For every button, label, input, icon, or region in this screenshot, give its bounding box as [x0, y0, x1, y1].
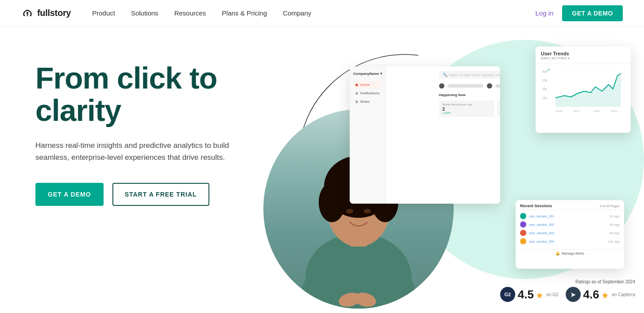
session-link-1[interactable]: user_session_001 [529, 215, 607, 218]
session-time-2: 5m ago [609, 223, 620, 226]
logo-text: fullstory [37, 8, 71, 18]
nav-home: Home [353, 81, 382, 89]
session-row-4: user_session_004 12m ago [520, 238, 620, 244]
session-time-1: 2m ago [609, 215, 620, 218]
ratings-badges: G2 4.5 ★ on G2 ➤ 4.6 ★ on Capterra [500, 287, 635, 302]
trends-body: 40k 35k 25k 15k 10/19 10/17 10/24 10/31 … [536, 63, 631, 119]
trends-header: User Trends DAILY ACTIVES ▾ [536, 46, 631, 63]
alert-icon: 🔔 [555, 251, 560, 255]
nav-plans-pricing[interactable]: Plans & Pricing [222, 9, 267, 17]
svg-text:10/19: 10/19 [555, 110, 563, 112]
g2-star-icon: ★ [536, 290, 544, 300]
svg-text:25k: 25k [542, 88, 548, 91]
trends-dropdown-icon[interactable]: ▾ [568, 57, 570, 60]
session-time-3: 8m ago [609, 232, 620, 235]
hero-demo-button[interactable]: GET A DEMO [35, 183, 104, 206]
svg-text:10/17: 10/17 [573, 110, 580, 112]
sessions-body: user_session_001 2m ago user_session_002… [516, 210, 624, 249]
sessions-title: Recent Sessions [520, 204, 552, 208]
metric-bars [439, 83, 500, 89]
nav-notifications: Notifications [353, 89, 382, 97]
session-avatar-4 [520, 238, 526, 244]
session-row-3: user_session_003 8m ago [520, 230, 620, 236]
hero-section: From click to clarity Harness real-time … [0, 27, 644, 313]
hero-ctas: GET A DEMO START A FREE TRIAL [35, 183, 248, 206]
company-name: CompanyName ▾ [353, 72, 382, 76]
hero-trial-button[interactable]: START A FREE TRIAL [112, 183, 209, 206]
nav-links: Product Solutions Resources Plans & Pric… [92, 9, 535, 17]
stats-row: Mobile Sessions per User 2 +100% Clicks … [439, 100, 500, 117]
nav-notes-icon [355, 100, 358, 103]
session-time-4: 12m ago [608, 240, 620, 243]
hero-subtext: Harness real-time insights and predictiv… [35, 139, 239, 163]
ratings-label: Ratings as of September 2024 [500, 279, 635, 284]
g2-platform: on G2 [546, 292, 558, 297]
hero-right: CompanyName ▾ Home Notifications Notes [248, 27, 644, 313]
session-row-1: user_session_001 2m ago [520, 213, 620, 219]
trends-subtitle: DAILY ACTIVES ▾ [541, 56, 625, 60]
nav-company[interactable]: Company [283, 9, 311, 17]
hero-left: From click to clarity Harness real-time … [0, 27, 248, 206]
nav-solutions[interactable]: Solutions [131, 9, 158, 17]
trends-title: User Trends [541, 51, 625, 56]
svg-marker-26 [555, 73, 621, 107]
sessions-header: Recent Sessions 4 of 30 Pages [516, 200, 624, 210]
sessions-count: 4 of 30 Pages [600, 205, 620, 208]
dashboard-sidebar: CompanyName ▾ Home Notifications Notes [350, 66, 386, 204]
nav-actions: Log in GET A DEMO [535, 5, 623, 21]
stat-mobile-sessions: Mobile Sessions per User 2 +100% [439, 100, 494, 117]
hero-headline-line2: clarity [35, 93, 121, 127]
dashboard-main: 🔍 Search for dash oards, segments, click… [435, 66, 500, 204]
hero-headline: From click to clarity [35, 62, 248, 127]
g2-badge: G2 4.5 ★ on G2 [500, 287, 559, 302]
session-row-2: user_session_002 5m ago [520, 221, 620, 228]
metric-icon [439, 83, 444, 89]
metric-bar-1 [448, 84, 483, 88]
svg-point-8 [364, 209, 371, 213]
search-icon: 🔍 [443, 73, 447, 77]
g2-icon: G2 [500, 287, 515, 302]
logo[interactable]: fullstory [21, 8, 71, 18]
nav-home-icon [355, 84, 358, 86]
nav-resources[interactable]: Resources [174, 9, 206, 17]
capterra-star-icon: ★ [601, 290, 609, 300]
capterra-score-wrap: 4.6 ★ [583, 288, 609, 301]
svg-text:↗: ↗ [547, 68, 550, 72]
session-avatar-2 [520, 221, 526, 228]
capterra-platform: on Capterra [612, 292, 635, 297]
metric-bar-2 [496, 84, 500, 88]
svg-text:15k: 15k [542, 97, 548, 100]
svg-point-7 [346, 209, 353, 213]
nav-product[interactable]: Product [92, 9, 115, 17]
g2-score: 4.5 [518, 288, 534, 301]
nav-notes: Notes [353, 98, 382, 105]
manage-alerts-btn[interactable]: 🔔 Manage Alerts [516, 249, 624, 257]
nav-demo-button[interactable]: GET A DEMO [562, 5, 623, 21]
session-link-3[interactable]: user_session_003 [529, 232, 607, 235]
nav-notifications-icon [355, 92, 358, 95]
fullstory-logo-icon [21, 9, 34, 18]
metric-icon-2 [487, 83, 492, 89]
navbar: fullstory Product Solutions Resources Pl… [0, 0, 644, 27]
session-avatar-1 [520, 213, 526, 219]
dashboard-search[interactable]: 🔍 Search for dash oards, segments, click… [439, 71, 500, 79]
login-link[interactable]: Log in [535, 9, 553, 17]
capterra-badge: ➤ 4.6 ★ on Capterra [566, 287, 635, 302]
svg-text:10/24: 10/24 [593, 110, 600, 112]
svg-text:35k: 35k [542, 79, 548, 82]
session-link-2[interactable]: user_session_002 [529, 223, 607, 226]
ratings-section: Ratings as of September 2024 G2 4.5 ★ on… [500, 279, 635, 302]
happening-now-label: Happening Now [439, 93, 500, 97]
stat-clicks-session: Clicks per Session 20.93 +4% [497, 100, 500, 117]
g2-score-wrap: 4.5 ★ [518, 288, 544, 301]
trends-chart: 40k 35k 25k 15k 10/19 10/17 10/24 10/31 … [541, 67, 625, 113]
hero-headline-line1: From click to [35, 61, 217, 95]
capterra-icon: ➤ [566, 287, 581, 302]
main-dashboard-card: CompanyName ▾ Home Notifications Notes [350, 66, 500, 204]
svg-point-10 [323, 251, 394, 286]
session-avatar-3 [520, 230, 526, 236]
session-link-4[interactable]: user_session_004 [529, 240, 605, 243]
svg-text:10/31: 10/31 [611, 110, 618, 112]
user-trends-card: User Trends DAILY ACTIVES ▾ 40k 3 [536, 46, 631, 133]
recent-sessions-card: Recent Sessions 4 of 30 Pages user_sessi… [516, 200, 624, 269]
